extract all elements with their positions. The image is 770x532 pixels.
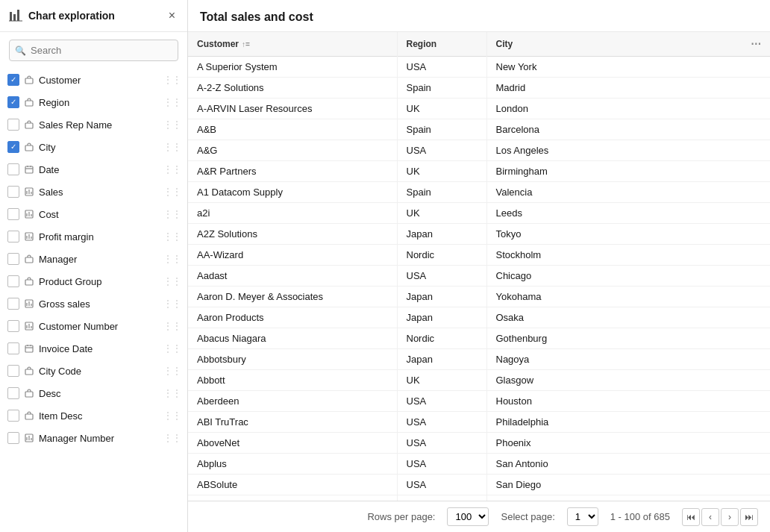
rows-per-page-select[interactable]: 102550100200 bbox=[447, 507, 489, 526]
table-row: A&GUSALos Angeles bbox=[188, 140, 770, 161]
field-item-cost[interactable]: Cost⋮⋮ bbox=[0, 203, 187, 225]
svg-rect-1 bbox=[13, 14, 16, 21]
field-drag-city[interactable]: ⋮⋮ bbox=[163, 142, 181, 152]
cell-city[interactable]: Stockholm bbox=[486, 245, 770, 266]
field-drag-sales_rep_name[interactable]: ⋮⋮ bbox=[163, 119, 181, 130]
svg-rect-25 bbox=[25, 280, 33, 285]
column-header-customer[interactable]: Customer ↑= bbox=[188, 32, 397, 57]
field-item-item_desc[interactable]: Item Desc⋮⋮ bbox=[0, 404, 187, 427]
table-container[interactable]: Customer ↑= Region City ⋯ bbox=[188, 32, 770, 501]
field-label-manager: Manager bbox=[39, 254, 159, 265]
field-checkbox-date[interactable] bbox=[7, 163, 19, 175]
close-button[interactable]: × bbox=[166, 7, 178, 24]
field-item-product_group[interactable]: Product Group⋮⋮ bbox=[0, 270, 187, 292]
field-item-gross_sales[interactable]: Gross sales⋮⋮ bbox=[0, 292, 187, 315]
field-checkbox-desc[interactable] bbox=[7, 387, 19, 399]
table-row: A2Z SolutionsJapanTokyo bbox=[188, 224, 770, 245]
field-drag-region[interactable]: ⋮⋮ bbox=[163, 97, 181, 107]
field-checkbox-manager_number[interactable] bbox=[7, 432, 19, 444]
column-header-city[interactable]: City ⋯ bbox=[486, 32, 770, 57]
svg-rect-34 bbox=[25, 345, 33, 352]
cell-city[interactable]: Los Angeles bbox=[486, 140, 770, 161]
field-checkbox-gross_sales[interactable] bbox=[7, 298, 19, 310]
field-drag-profit_margin[interactable]: ⋮⋮ bbox=[163, 231, 181, 242]
rows-per-page-label: Rows per page: bbox=[367, 511, 435, 522]
cell-city[interactable]: Madrid bbox=[486, 78, 770, 98]
cell-region[interactable]: Nordic bbox=[397, 328, 486, 349]
first-page-button[interactable]: ⏮ bbox=[682, 508, 700, 526]
field-drag-date[interactable]: ⋮⋮ bbox=[163, 164, 181, 175]
field-item-date[interactable]: Date⋮⋮ bbox=[0, 158, 187, 181]
field-item-desc[interactable]: Desc⋮⋮ bbox=[0, 382, 187, 404]
column-header-region[interactable]: Region bbox=[397, 32, 486, 57]
cell-customer[interactable]: A-2-Z Solutions bbox=[188, 78, 397, 98]
field-checkbox-invoice_date[interactable] bbox=[7, 342, 19, 354]
cell-city[interactable]: Barcelona bbox=[486, 119, 770, 140]
cell-customer[interactable]: ABI TruTrac bbox=[188, 412, 397, 433]
cell-region: USA bbox=[397, 454, 486, 475]
field-checkbox-manager[interactable] bbox=[7, 253, 19, 265]
field-item-profit_margin[interactable]: Profit margin⋮⋮ bbox=[0, 225, 187, 248]
cell-region[interactable]: Nordic bbox=[397, 245, 486, 266]
cell-city[interactable]: New York bbox=[486, 57, 770, 78]
search-input[interactable] bbox=[9, 40, 178, 61]
field-item-city_code[interactable]: City Code⋮⋮ bbox=[0, 360, 187, 382]
field-drag-product_group[interactable]: ⋮⋮ bbox=[163, 276, 181, 287]
cell-city[interactable]: Philadelphia bbox=[486, 412, 770, 433]
field-item-city[interactable]: City⋮⋮ bbox=[0, 136, 187, 158]
field-item-customer_number[interactable]: Customer Number⋮⋮ bbox=[0, 315, 187, 337]
field-drag-desc[interactable]: ⋮⋮ bbox=[163, 388, 181, 398]
field-item-sales_rep_name[interactable]: Sales Rep Name⋮⋮ bbox=[0, 113, 187, 136]
sidebar: Chart exploration × 🔍 Customer⋮⋮Region⋮⋮… bbox=[0, 0, 188, 532]
last-page-button[interactable]: ⏭ bbox=[740, 508, 758, 526]
field-checkbox-customer[interactable] bbox=[7, 74, 19, 86]
field-checkbox-customer_number[interactable] bbox=[7, 320, 19, 332]
pagination-bar: Rows per page: 102550100200 Select page:… bbox=[188, 501, 770, 532]
table-row: AadastUSAChicago bbox=[188, 266, 770, 287]
cell-customer: a2i bbox=[188, 203, 397, 224]
cell-city: Osaka bbox=[486, 307, 770, 328]
field-item-invoice_date[interactable]: Invoice Date⋮⋮ bbox=[0, 337, 187, 360]
field-drag-gross_sales[interactable]: ⋮⋮ bbox=[163, 298, 181, 309]
field-type-icon-region bbox=[24, 97, 34, 107]
field-checkbox-sales[interactable] bbox=[7, 186, 19, 198]
field-drag-customer[interactable]: ⋮⋮ bbox=[163, 75, 181, 85]
field-checkbox-city_code[interactable] bbox=[7, 365, 19, 377]
field-checkbox-cost[interactable] bbox=[7, 208, 19, 220]
field-drag-sales[interactable]: ⋮⋮ bbox=[163, 187, 181, 197]
field-drag-manager_number[interactable]: ⋮⋮ bbox=[163, 433, 181, 443]
field-type-icon-manager_number bbox=[24, 433, 34, 443]
cell-region: USA bbox=[397, 475, 486, 495]
svg-rect-5 bbox=[25, 101, 33, 106]
field-drag-city_code[interactable]: ⋮⋮ bbox=[163, 366, 181, 376]
field-checkbox-profit_margin[interactable] bbox=[7, 231, 19, 242]
field-drag-customer_number[interactable]: ⋮⋮ bbox=[163, 321, 181, 331]
more-options-icon[interactable]: ⋯ bbox=[751, 38, 761, 50]
cell-city: Phoenix bbox=[486, 433, 770, 454]
cell-region: USA bbox=[397, 140, 486, 161]
page-select[interactable]: 1 bbox=[567, 507, 598, 526]
field-item-sales[interactable]: Sales⋮⋮ bbox=[0, 181, 187, 203]
field-drag-manager[interactable]: ⋮⋮ bbox=[163, 254, 181, 264]
cell-city: London bbox=[486, 98, 770, 119]
field-drag-invoice_date[interactable]: ⋮⋮ bbox=[163, 343, 181, 354]
field-item-customer[interactable]: Customer⋮⋮ bbox=[0, 69, 187, 91]
field-item-manager_number[interactable]: Manager Number⋮⋮ bbox=[0, 427, 187, 449]
next-page-button[interactable]: › bbox=[721, 508, 739, 526]
field-checkbox-product_group[interactable] bbox=[7, 275, 19, 287]
field-drag-cost[interactable]: ⋮⋮ bbox=[163, 209, 181, 219]
field-drag-item_desc[interactable]: ⋮⋮ bbox=[163, 410, 181, 421]
cell-region: Spain bbox=[397, 78, 486, 98]
field-checkbox-item_desc[interactable] bbox=[7, 410, 19, 422]
field-item-manager[interactable]: Manager⋮⋮ bbox=[0, 248, 187, 270]
table-row: ABI TruTracUSAPhiladelphia bbox=[188, 412, 770, 433]
prev-page-button[interactable]: ‹ bbox=[701, 508, 719, 526]
field-checkbox-sales_rep_name[interactable] bbox=[7, 119, 19, 131]
cell-city[interactable]: Yokohama bbox=[486, 287, 770, 307]
field-checkbox-region[interactable] bbox=[7, 96, 19, 108]
cell-customer: Aberdeen bbox=[188, 391, 397, 412]
cell-customer[interactable]: Abacus Niagara bbox=[188, 328, 397, 349]
cell-city[interactable]: Tokyo bbox=[486, 224, 770, 245]
field-checkbox-city[interactable] bbox=[7, 141, 19, 153]
field-item-region[interactable]: Region⋮⋮ bbox=[0, 91, 187, 113]
